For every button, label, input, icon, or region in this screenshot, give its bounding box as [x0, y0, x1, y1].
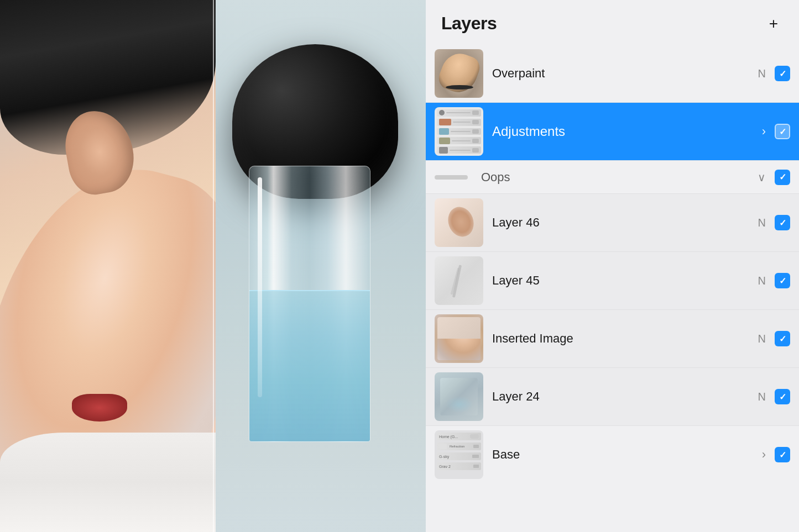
group-bar: [435, 175, 468, 180]
check-icon: ✓: [779, 450, 786, 460]
check-icon: ✓: [779, 127, 786, 137]
layer-name: Layer 24: [492, 389, 749, 404]
layer-controls: N ✓: [758, 273, 790, 288]
visibility-checkbox[interactable]: ✓: [775, 215, 790, 230]
layer-item-group[interactable]: Home (G... Refraction G-sky Grav 2: [426, 425, 799, 483]
check-icon: ✓: [779, 276, 786, 286]
canvas-right-half: [216, 0, 426, 532]
mode-badge: N: [758, 275, 766, 287]
chevron-down-icon[interactable]: ∨: [758, 171, 766, 184]
mode-badge: N: [758, 333, 766, 345]
layers-panel: Layers + Overpaint N ✓: [426, 0, 799, 532]
layer-thumbnail: [435, 314, 483, 363]
layers-title: Layers: [441, 13, 497, 34]
chevron-right-icon: ›: [762, 124, 766, 139]
canvas-divider: [213, 0, 214, 532]
layer-controls: N ✓: [758, 66, 790, 81]
layer-thumbnail: [435, 372, 483, 421]
layer-info: Layer 45: [492, 273, 749, 288]
layer-controls: N ✓: [758, 215, 790, 230]
layer-name: Base: [492, 447, 753, 462]
layer-item[interactable]: Layer 46 N ✓: [426, 193, 799, 251]
add-layer-button[interactable]: +: [764, 14, 784, 34]
layers-header: Layers +: [426, 0, 799, 45]
layer-item[interactable]: Layer 45 N ✓: [426, 251, 799, 309]
layer-name: Inserted Image: [492, 331, 749, 346]
visibility-checkbox[interactable]: ✓: [775, 273, 790, 288]
canvas-area: [0, 0, 426, 532]
layer-thumbnail: [435, 198, 483, 247]
layer-thumbnail: [435, 49, 483, 98]
layer-thumbnail: [435, 107, 483, 156]
layer-controls: ∨ ✓: [758, 170, 790, 185]
mode-badge: N: [758, 391, 766, 403]
layer-info: Layer 46: [492, 215, 749, 230]
layer-controls: N ✓: [758, 389, 790, 404]
layer-info: Oops: [481, 170, 749, 185]
check-icon: ✓: [779, 392, 786, 402]
visibility-checkbox[interactable]: ✓: [775, 331, 790, 346]
layer-item[interactable]: Layer 24 N ✓: [426, 367, 799, 425]
layer-controls: › ✓: [762, 447, 790, 462]
layer-info: Overpaint: [492, 66, 749, 81]
layer-controls: › ✓: [762, 124, 790, 139]
check-icon: ✓: [779, 334, 786, 344]
layers-list: Overpaint N ✓: [426, 45, 799, 532]
layer-item[interactable]: Inserted Image N ✓: [426, 309, 799, 367]
visibility-checkbox[interactable]: ✓: [775, 124, 790, 139]
check-icon: ✓: [779, 218, 786, 228]
layer-name: Layer 46: [492, 215, 749, 230]
layer-name: Overpaint: [492, 66, 749, 81]
layer-item-group[interactable]: Oops ∨ ✓: [426, 160, 799, 193]
visibility-checkbox[interactable]: ✓: [775, 170, 790, 185]
layer-item[interactable]: Overpaint N ✓: [426, 45, 799, 102]
visibility-checkbox[interactable]: ✓: [775, 66, 790, 81]
visibility-checkbox[interactable]: ✓: [775, 389, 790, 404]
check-icon: ✓: [779, 172, 786, 182]
layer-thumbnail: Home (G... Refraction G-sky Grav 2: [435, 430, 483, 479]
visibility-checkbox[interactable]: ✓: [775, 447, 790, 462]
layer-info: Layer 24: [492, 389, 749, 404]
layer-controls: N ✓: [758, 331, 790, 346]
mode-badge: N: [758, 67, 766, 80]
layer-name: Layer 45: [492, 273, 749, 288]
layer-info: Base: [492, 447, 753, 462]
layer-thumbnail: [435, 256, 483, 305]
mode-badge: N: [758, 217, 766, 229]
canvas-face-left: [0, 0, 216, 532]
layer-name: Adjustments: [492, 124, 753, 139]
layer-item[interactable]: Adjustments › ✓: [426, 102, 799, 160]
layer-name: Oops: [481, 170, 749, 185]
check-icon: ✓: [779, 69, 786, 79]
layer-info: Inserted Image: [492, 331, 749, 346]
layer-info: Adjustments: [492, 124, 753, 139]
chevron-right-icon: ›: [762, 447, 766, 462]
